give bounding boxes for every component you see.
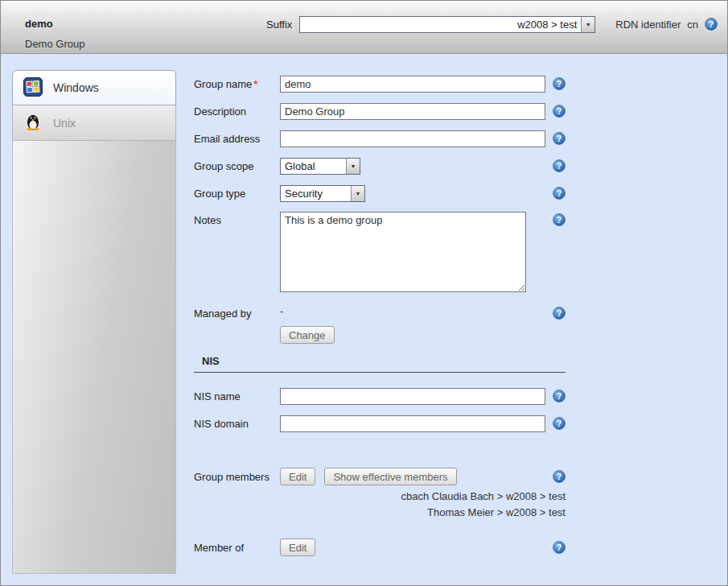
group-scope-value: Global	[281, 159, 346, 174]
group-members-edit-button[interactable]: Edit	[280, 468, 315, 485]
notes-row: Notes This is a demo group ?	[194, 212, 566, 292]
rdn-identifier-value: cn	[687, 19, 698, 31]
group-name-row: Group name* ?	[194, 75, 566, 93]
member-of-label: Member of	[194, 542, 280, 554]
header-bar: demo Demo Group Suffix w2008 > test ▼ RD…	[1, 1, 727, 54]
group-scope-select[interactable]: Global ▼	[280, 158, 360, 175]
tab-unix[interactable]: Unix	[12, 105, 176, 141]
notes-textarea[interactable]: This is a demo group	[280, 212, 526, 292]
email-input[interactable]	[280, 130, 545, 147]
member-of-row: Member of Edit ?	[194, 539, 566, 556]
svg-text:?: ?	[557, 215, 561, 225]
managed-by-row: Managed by - ?	[194, 305, 566, 323]
group-type-label: Group type	[194, 188, 280, 200]
group-edit-window: demo Demo Group Suffix w2008 > test ▼ RD…	[0, 0, 728, 586]
group-type-select[interactable]: Security ▼	[280, 185, 365, 202]
show-effective-members-button[interactable]: Show effective members	[324, 468, 456, 485]
unix-icon	[23, 112, 43, 134]
suffix-select[interactable]: w2008 > test ▼	[299, 16, 595, 33]
sidebar-fill-panel	[12, 141, 176, 574]
tab-windows-label: Windows	[53, 81, 99, 94]
help-icon[interactable]: ?	[553, 77, 566, 90]
svg-text:?: ?	[557, 543, 561, 552]
notes-label: Notes	[194, 212, 280, 226]
module-sidebar: Windows Unix	[12, 70, 176, 574]
svg-text:?: ?	[557, 188, 561, 198]
group-member-item: cbach Claudia Bach > w2008 > test	[194, 489, 566, 505]
tab-unix-label: Unix	[53, 117, 76, 130]
description-input[interactable]	[280, 103, 545, 120]
nis-name-input[interactable]	[280, 388, 545, 405]
chevron-down-icon: ▼	[351, 186, 364, 201]
managed-by-value: -	[280, 305, 283, 317]
help-icon[interactable]: ?	[553, 541, 566, 554]
nis-domain-row: NIS domain ?	[194, 415, 566, 432]
nis-name-row: NIS name ?	[194, 387, 566, 405]
managed-by-label: Managed by	[194, 305, 280, 320]
svg-text:?: ?	[709, 19, 714, 29]
tab-windows[interactable]: Windows	[12, 70, 176, 105]
group-members-label: Group members	[194, 471, 280, 483]
chevron-down-icon: ▼	[581, 17, 594, 32]
svg-text:?: ?	[557, 308, 561, 318]
description-label: Description	[194, 105, 280, 118]
suffix-select-value: w2008 > test	[300, 17, 581, 32]
help-icon[interactable]: ?	[553, 132, 566, 145]
help-icon[interactable]: ?	[553, 470, 566, 483]
help-icon[interactable]: ?	[553, 307, 566, 320]
help-icon[interactable]: ?	[553, 417, 566, 430]
svg-text:?: ?	[557, 134, 561, 143]
svg-text:?: ?	[557, 391, 561, 401]
email-row: Email address ?	[194, 130, 566, 147]
rdn-identifier-label: RDN identifier	[615, 19, 681, 31]
help-icon[interactable]: ?	[553, 390, 566, 402]
svg-text:?: ?	[557, 161, 561, 171]
group-type-row: Group type Security ▼ ?	[194, 184, 566, 202]
help-icon[interactable]: ?	[553, 105, 566, 118]
group-members-list: cbach Claudia Bach > w2008 > test Thomas…	[194, 489, 566, 521]
change-button[interactable]: Change	[280, 326, 335, 344]
svg-text:?: ?	[557, 472, 561, 481]
group-type-value: Security	[281, 186, 351, 201]
svg-text:?: ?	[557, 419, 561, 428]
description-row: Description ?	[194, 102, 566, 120]
member-of-edit-button[interactable]: Edit	[280, 539, 315, 556]
required-marker: *	[253, 78, 257, 90]
help-icon[interactable]: ?	[705, 18, 718, 31]
group-scope-label: Group scope	[194, 160, 280, 172]
nis-domain-label: NIS domain	[194, 418, 280, 430]
svg-text:?: ?	[557, 106, 561, 116]
page-title: demo	[25, 18, 53, 30]
nis-domain-input[interactable]	[280, 415, 545, 432]
main-area: Windows Unix	[1, 54, 727, 585]
chevron-down-icon: ▼	[346, 159, 360, 174]
group-scope-row: Group scope Global ▼ ?	[194, 157, 566, 175]
nis-name-label: NIS name	[194, 390, 280, 402]
nis-section-header: NIS	[194, 353, 566, 373]
form-content: Group name* ? Description ? Email addres…	[194, 75, 566, 566]
email-label: Email address	[194, 133, 280, 145]
group-members-row: Group members Edit Show effective member…	[194, 468, 566, 485]
help-icon[interactable]: ?	[553, 213, 566, 226]
help-icon[interactable]: ?	[553, 187, 566, 200]
svg-text:?: ?	[557, 79, 561, 89]
managed-by-change-row: Change	[194, 326, 566, 344]
windows-icon	[23, 77, 43, 99]
group-name-input[interactable]	[280, 76, 545, 93]
help-icon[interactable]: ?	[553, 159, 566, 172]
page-subtitle: Demo Group	[25, 38, 84, 50]
group-name-label: Group name*	[194, 78, 280, 90]
group-member-item: Thomas Meier > w2008 > test	[194, 505, 566, 521]
suffix-label: Suffix	[266, 19, 292, 31]
